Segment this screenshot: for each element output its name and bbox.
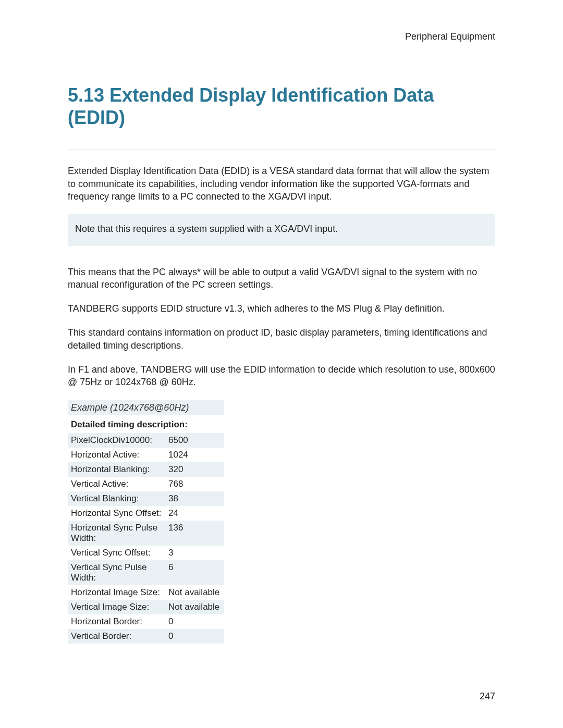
- header-label: Peripheral Equipment: [68, 31, 495, 42]
- table-label: Horizontal Sync Offset:: [68, 506, 165, 521]
- table-label: Vertical Sync Offset:: [68, 546, 165, 560]
- table-label: Horizontal Image Size:: [68, 585, 165, 600]
- table-row: Horizontal Blanking:320: [68, 462, 224, 477]
- table-value: 24: [165, 506, 224, 521]
- table-label: Vertical Blanking:: [68, 491, 165, 506]
- table-row: Horizontal Image Size:Not available: [68, 585, 224, 600]
- table-row: PixelClockDiv10000:6500: [68, 433, 224, 448]
- paragraph-2: This means that the PC always* will be a…: [68, 266, 495, 291]
- table-value: 0: [165, 614, 224, 629]
- paragraph-5: In F1 and above, TANDBERG will use the E…: [68, 363, 495, 389]
- table-row: Vertical Sync Offset:3: [68, 546, 224, 560]
- table-header: Detailed timing description:: [68, 416, 224, 433]
- table-row: Vertical Image Size:Not available: [68, 600, 224, 614]
- table-value: 1024: [165, 448, 224, 462]
- title-text: Extended Display Identification Data (ED…: [68, 84, 434, 128]
- table-value: Not available: [165, 585, 224, 600]
- table-label: Vertical Active:: [68, 477, 165, 491]
- title-number: 5.13: [68, 84, 104, 106]
- table-row: Vertical Border:0: [68, 629, 224, 644]
- table-value: 6: [165, 560, 224, 585]
- table-value: 136: [165, 521, 224, 546]
- table-label: Horizontal Active:: [68, 448, 165, 462]
- table-label: Horizontal Blanking:: [68, 462, 165, 477]
- table-value: 38: [165, 491, 224, 506]
- table-value: 0: [165, 629, 224, 644]
- table-row: Horizontal Sync Offset:24: [68, 506, 224, 521]
- table-label: Horizontal Border:: [68, 614, 165, 629]
- table-row: Vertical Blanking:38: [68, 491, 224, 506]
- table-value: 768: [165, 477, 224, 491]
- section-divider: [68, 150, 495, 150]
- example-title: Example (1024x768@60Hz): [68, 400, 224, 415]
- table-row: Horizontal Active:1024: [68, 448, 224, 462]
- table-row: Vertical Active:768: [68, 477, 224, 491]
- table-label: Vertical Border:: [68, 629, 165, 644]
- table-value: Not available: [165, 600, 224, 614]
- section-title: 5.13 Extended Display Identification Dat…: [68, 84, 495, 129]
- table-label: PixelClockDiv10000:: [68, 433, 165, 448]
- table-value: 320: [165, 462, 224, 477]
- note-box: Note that this requires a system supplie…: [68, 214, 495, 245]
- paragraph-4: This standard contains information on pr…: [68, 326, 495, 352]
- table-row: Vertical Sync Pulse Width:6: [68, 560, 224, 585]
- table-row: Horizontal Border:0: [68, 614, 224, 629]
- table-value: 6500: [165, 433, 224, 448]
- page-number: 247: [480, 691, 495, 702]
- paragraph-3: TANDBERG supports EDID structure v1.3, w…: [68, 302, 495, 315]
- table-value: 3: [165, 546, 224, 560]
- timing-table: Detailed timing description: PixelClockD…: [68, 416, 224, 644]
- table-row: Horizontal Sync Pulse Width:136: [68, 521, 224, 546]
- table-label: Vertical Sync Pulse Width:: [68, 560, 165, 585]
- table-label: Vertical Image Size:: [68, 600, 165, 614]
- intro-paragraph: Extended Display Identification Data (ED…: [68, 165, 495, 203]
- table-label: Horizontal Sync Pulse Width:: [68, 521, 165, 546]
